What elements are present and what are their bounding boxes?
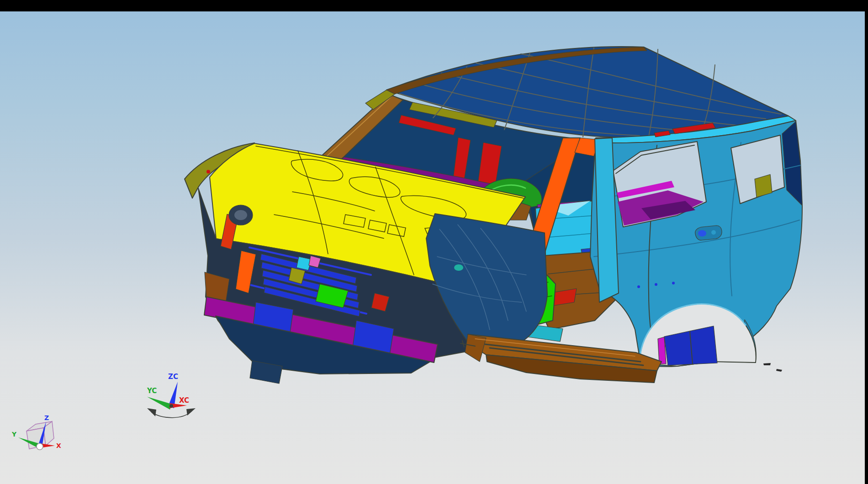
red-fastener (206, 170, 210, 174)
wcs-x-label: XC (179, 396, 189, 405)
wcs-triad[interactable]: ZC YC XC (147, 373, 196, 418)
debris-specks (763, 363, 782, 372)
right-edge-panel (865, 11, 868, 484)
car-body-model[interactable] (185, 47, 802, 384)
abs-y-label: Y (11, 431, 17, 438)
origin-sphere (37, 443, 43, 450)
absolute-csys-triad: Z Y X (11, 414, 61, 450)
wcs-y-axis[interactable] (147, 397, 172, 410)
title-bar (0, 0, 868, 11)
abs-x-label: X (56, 442, 61, 449)
cad-3d-viewport[interactable]: ZC YC XC Z Y X (0, 11, 865, 484)
graphics-window[interactable]: ZC YC XC Z Y X (0, 11, 865, 484)
wcs-y-label: YC (147, 387, 157, 395)
abs-z-label: Z (44, 414, 49, 421)
wcs-rotate-handle[interactable] (152, 411, 192, 418)
wcs-z-label: ZC (168, 373, 178, 381)
door-handle[interactable] (695, 226, 722, 240)
running-board[interactable] (460, 334, 662, 383)
